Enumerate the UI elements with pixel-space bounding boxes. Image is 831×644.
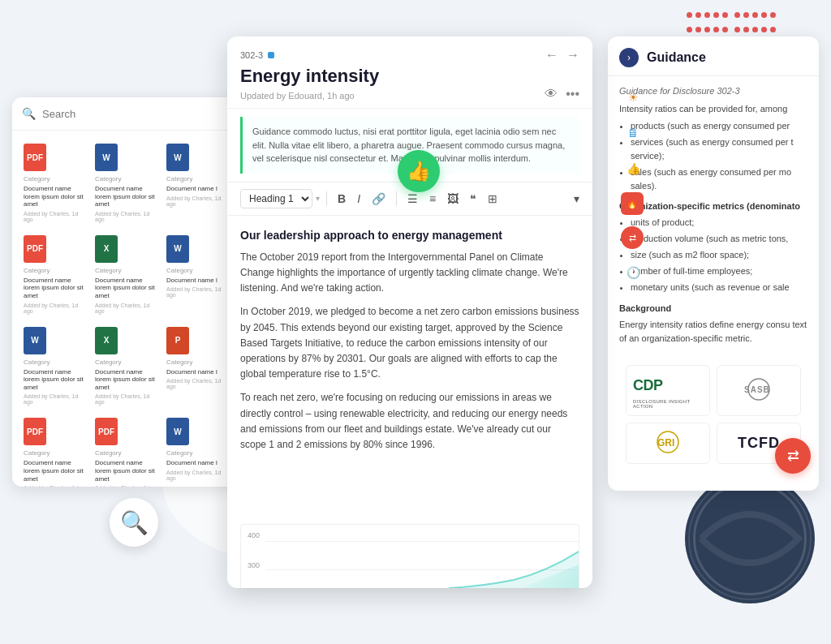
- list-item: size (such as m2 floor space);: [631, 248, 807, 262]
- list-item[interactable]: PDF Category Document name lorem ipsum d…: [90, 411, 161, 487]
- thumbs-up-icon: 👍: [407, 160, 431, 182]
- search-panel: 🔍 PDF Category Document name lorem ipsum…: [12, 97, 239, 487]
- doc-name: Document name lorem ipsum dolor sit amet: [24, 459, 85, 483]
- link-button[interactable]: 🔗: [368, 190, 390, 208]
- toolbar-separator-2: [396, 191, 397, 206]
- editor-content[interactable]: Our leadership approach to energy manage…: [227, 216, 592, 524]
- flame-icon-button[interactable]: 🔥: [621, 192, 644, 215]
- image-button[interactable]: 🖼: [443, 190, 463, 208]
- side-icon-group: ☀ 🖥 👍 🔥 ⇄ 🕐: [621, 85, 645, 285]
- doc-name: Document name l: [166, 185, 217, 193]
- arrows-icon-button[interactable]: ⇄: [621, 226, 644, 249]
- italic-button[interactable]: I: [353, 190, 364, 208]
- list-item[interactable]: X Category Document name lorem ipsum dol…: [90, 320, 161, 412]
- thumbsup-icon-button[interactable]: 👍: [621, 157, 645, 181]
- guidance-panel: › Guidance ☀ 🖥 👍 🔥 ⇄ 🕐 Guidance for Disc…: [608, 36, 819, 491]
- doc-added: Added by Charles, 1d ago: [24, 303, 85, 314]
- guidance-list: products (such as energy consumed per se…: [619, 119, 807, 193]
- document-grid: PDF Category Document name lorem ipsum d…: [12, 131, 239, 487]
- content-heading: Our leadership approach to energy manage…: [240, 229, 579, 242]
- red-arrow-badge[interactable]: ⇄: [775, 438, 811, 474]
- expand-button[interactable]: ›: [619, 48, 639, 67]
- toolbar-more-icon[interactable]: ▾: [574, 192, 579, 205]
- word-icon: W: [166, 418, 189, 445]
- list-item[interactable]: PDF Category Document name lorem ipsum d…: [19, 411, 90, 487]
- bold-button[interactable]: B: [334, 190, 350, 208]
- doc-category: Category: [95, 267, 121, 274]
- doc-name: Document name lorem ipsum dolor sit amet: [95, 368, 157, 392]
- thumbs-up-badge[interactable]: 👍: [398, 150, 440, 192]
- svg-point-0: [689, 478, 811, 599]
- list-item[interactable]: W Category Document name l Added by Char…: [161, 137, 233, 229]
- doc-category: Category: [166, 267, 192, 274]
- cdp-subtitle: DISCLOSURE INSIGHT ACTION: [633, 399, 703, 409]
- list-item: number of full-time employees;: [631, 264, 807, 278]
- pdf-icon: PDF: [24, 235, 46, 263]
- doc-added: Added by Charles, 1d ago: [95, 211, 157, 222]
- gri-logo-text: GRI: [648, 430, 688, 457]
- list-item[interactable]: P Category Document name l Added by Char…: [161, 320, 233, 412]
- doc-category: Category: [24, 358, 50, 366]
- search-input[interactable]: [42, 108, 230, 120]
- sun-icon-button[interactable]: ☀: [621, 85, 645, 109]
- list-item: sales (such as energy consumed per mo sa…: [631, 165, 807, 193]
- navigate-back-button[interactable]: ←: [545, 48, 558, 62]
- guidance-intro: Intensity ratios can be provided for, am…: [619, 102, 807, 193]
- doc-added: Added by Charles, 1d ago: [24, 211, 85, 222]
- search-bar[interactable]: 🔍: [12, 97, 239, 131]
- doc-category: Category: [95, 358, 121, 366]
- doc-category: Category: [166, 175, 192, 182]
- more-options-button[interactable]: •••: [566, 87, 579, 101]
- pdf-icon: PDF: [24, 418, 46, 445]
- quote-button[interactable]: ❝: [466, 190, 480, 208]
- list-item[interactable]: W Category Document name l Added by Char…: [161, 229, 233, 320]
- excel-icon: X: [95, 327, 118, 354]
- doc-added: Added by Charles, 1d ago: [95, 393, 157, 405]
- word-icon: W: [166, 235, 189, 263]
- eye-button[interactable]: 👁: [545, 87, 558, 101]
- doc-name: Document name l: [166, 368, 217, 376]
- doc-added: Added by Charles, 1d ago: [24, 393, 85, 405]
- doc-added: Added by Charles, 1d ago: [95, 303, 157, 314]
- decorative-navy-circle: [685, 474, 815, 603]
- doc-name: Document name lorem ipsum dolor sit amet: [95, 185, 157, 208]
- clock-icon-button[interactable]: 🕐: [621, 260, 645, 285]
- content-paragraph-3: To reach net zero, we're focusing on red…: [240, 390, 579, 453]
- table-button[interactable]: ⊞: [484, 190, 502, 208]
- doc-added: Added by Charles, 1d ago: [24, 485, 85, 487]
- chart-area: 400 300: [240, 524, 579, 588]
- ordered-list-button[interactable]: ≡: [425, 190, 440, 208]
- search-overlay-icon[interactable]: 🔍: [110, 498, 158, 547]
- svg-text:CDP: CDP: [633, 377, 663, 393]
- list-button[interactable]: ☰: [403, 190, 422, 208]
- doc-added: Added by Charles, 1d ago: [166, 286, 228, 298]
- page-title: Energy intensity: [240, 66, 579, 87]
- pdf-icon: PDF: [95, 418, 118, 445]
- list-item[interactable]: PDF Category Document name lorem ipsum d…: [19, 137, 90, 229]
- search-icon: 🔍: [22, 107, 36, 120]
- word-icon: W: [95, 144, 118, 171]
- doc-added: Added by Charles, 1d ago: [166, 195, 228, 207]
- section-title: Organization-specific metrics (denominat…: [619, 201, 807, 211]
- list-item[interactable]: W Category Document name lorem ipsum dol…: [19, 320, 90, 412]
- guidance-section2: units of product; production volume (suc…: [619, 216, 807, 294]
- list-item[interactable]: X Category Document name lorem ipsum dol…: [90, 229, 161, 320]
- doc-name: Document name lorem ipsum dolor sit amet: [24, 368, 85, 392]
- doc-category: Category: [24, 267, 50, 274]
- doc-name: Document name l: [166, 277, 217, 285]
- ppt-icon: P: [166, 327, 189, 354]
- chart-label-300: 300: [248, 561, 260, 569]
- list-item[interactable]: W Category Document name l Added by Char…: [161, 411, 233, 487]
- doc-category: Category: [24, 449, 50, 457]
- chart-label-400: 400: [248, 531, 260, 539]
- list-item[interactable]: W Category Document name lorem ipsum dol…: [90, 137, 161, 229]
- monitor-icon-button[interactable]: 🖥: [621, 121, 645, 145]
- navigate-forward-button[interactable]: →: [566, 48, 579, 62]
- guidance-header: › Guidance: [608, 36, 819, 76]
- heading-select[interactable]: Heading 1: [240, 189, 312, 208]
- svg-text:SASB: SASB: [744, 385, 770, 394]
- list-item[interactable]: PDF Category Document name lorem ipsum d…: [19, 229, 90, 320]
- content-paragraph-1: The October 2019 report from the Intergo…: [240, 250, 579, 297]
- list-item: monetary units (such as revenue or sale: [631, 281, 807, 294]
- guidance-title: Guidance: [647, 50, 706, 65]
